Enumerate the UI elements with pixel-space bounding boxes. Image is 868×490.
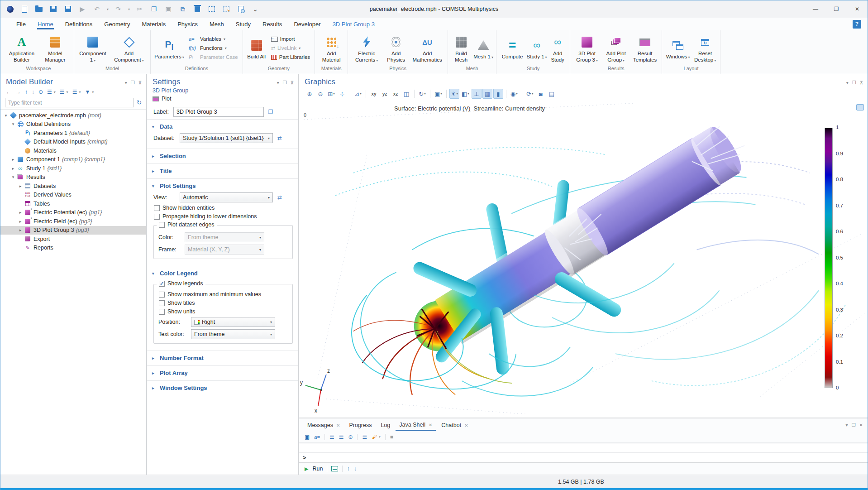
title-bar[interactable]: ▶ ↶▾ ↷▾ ✂ ❐ ▣ ⧉ ⌄ pacemaker_electrode.mp… [0,0,868,18]
section-window-settings[interactable]: ▸Window Settings [147,384,298,392]
tab-developer[interactable]: Developer [293,19,321,29]
variables-view-icon[interactable]: a= [314,434,320,440]
edge-color-select[interactable]: From theme▾ [185,232,264,242]
section-plot-array[interactable]: ▸Plot Array [147,369,298,377]
update-plot-icon[interactable]: ⟳▾ [525,89,535,99]
customize-toolbar-icon[interactable]: ⌄ [250,4,260,14]
application-builder-button[interactable]: A Application Builder [5,33,38,63]
collapse-output-icon[interactable]: ☰ [329,434,334,440]
expand-icon[interactable]: ▸ [18,219,23,224]
forward-icon[interactable]: → [15,89,21,95]
next-command-icon[interactable]: ↓ [354,466,357,472]
expand-icon[interactable]: ▸ [18,184,23,188]
add-mathematics-button[interactable]: ΔU Add Mathematics [409,33,446,63]
tree-item-study-1[interactable]: ▸ ∞ Study 1{std1} [0,164,146,173]
pin-panel-icon[interactable]: ⊼ [138,80,142,85]
tab-java-shell[interactable]: Java Shell✕ [396,419,436,431]
section-title[interactable]: ▸Title [147,167,298,175]
save-as-icon[interactable] [63,4,73,14]
image-settings-icon[interactable]: ▣▾ [433,89,444,99]
tab-chatbot[interactable]: Chatbot✕ [438,420,472,430]
help-button[interactable]: ? [853,20,861,29]
minimize-button[interactable]: — [805,0,826,18]
close-panel-icon[interactable]: ✕ [859,423,863,428]
cut-icon[interactable]: ✂ [134,4,144,14]
run-icon[interactable]: ▶ [77,4,87,14]
view-xy-icon[interactable]: xy [369,89,379,99]
tree-item-results[interactable]: ▾ Results [0,173,146,182]
zoom-extents-icon[interactable]: ⊹ [337,89,347,99]
section-color-legend[interactable]: ▾Color Legend [147,269,298,278]
tab-3d-plot-group-3[interactable]: 3D Plot Group 3 [332,19,375,29]
selection-appearance-icon[interactable]: ◉▾ [509,89,519,99]
show-output-icon[interactable]: ⊙ [348,434,353,440]
expand-icon[interactable]: ▾ [10,175,16,179]
add-component-button[interactable]: Add Component▾ [110,33,148,63]
tab-study[interactable]: Study [235,19,251,29]
part-libraries-button[interactable]: Part Libraries [271,53,310,61]
word-wrap-icon[interactable]: ☰ [362,434,367,440]
mesh-1-button[interactable]: Mesh 1▾ [472,36,494,60]
expand-all-icon[interactable]: ☰ [60,89,65,95]
go-to-source-icon[interactable]: ⇄ [275,133,285,143]
show-titles-checkbox[interactable]: Show titles [159,300,283,306]
orthographic-projection-icon[interactable]: ◫ [401,89,411,99]
float-panel-icon[interactable]: ❐ [131,80,135,85]
close-tab-icon[interactable]: ✕ [336,423,340,428]
close-tab-icon[interactable]: ✕ [464,423,468,428]
tab-messages[interactable]: Messages✕ [304,420,343,430]
plot-image-icon[interactable] [856,104,864,110]
3d-scene[interactable]: z y x [299,101,868,414]
pin-panel-icon[interactable]: ⊼ [291,80,294,85]
tree-item-root[interactable]: ▾ pacemaker_electrode.mph(root) [0,111,146,120]
tab-file[interactable]: File [16,19,26,29]
section-number-format[interactable]: ▸Number Format [147,354,298,362]
panel-menu-icon[interactable]: ▾ [125,80,127,85]
new-window-icon[interactable]: ❐ [266,107,276,117]
zoom-out-icon[interactable]: ⊖ [315,89,325,99]
float-panel-icon[interactable]: ❐ [852,423,856,428]
zoom-box-icon[interactable]: ⊞▾ [326,89,336,99]
tree-item-component-1[interactable]: ▸ Component 1(comp1) {comp1} [0,155,146,164]
filter-icon[interactable]: ▼ [85,89,90,95]
run-button[interactable]: Run [312,466,323,472]
redo-icon[interactable]: ↷ [113,4,123,14]
close-button[interactable]: ✕ [847,0,868,18]
show-icon[interactable]: ⊙ [38,89,43,95]
panel-menu-icon[interactable]: ▾ [846,423,848,428]
rotate-view-icon[interactable]: ↻▾ [417,89,427,99]
scene-light-icon[interactable]: ☀▾ [449,89,459,99]
tree-item-electric-potential[interactable]: ▸ Electric Potential (ec){pg1} [0,208,146,217]
legend-position-select[interactable]: Right▾ [191,317,275,327]
show-max-min-checkbox[interactable]: Show maximum and minimum values [159,291,283,298]
pin-panel-icon[interactable]: ⊼ [860,80,863,85]
build-mesh-button[interactable]: Build Mesh [450,33,472,63]
transparency-icon[interactable]: ◧▾ [460,89,471,99]
tab-results[interactable]: Results [262,19,282,29]
plot-dataset-edges-checkbox[interactable]: Plot dataset edges [157,221,217,228]
tree-item-tables[interactable]: Tables [0,199,146,208]
study-1-button[interactable]: ∞ Study 1▾ [526,36,547,60]
graphics-canvas[interactable]: z y x Surface: Electric potential (V) St… [299,101,868,418]
move-down-icon[interactable]: ↓ [32,89,34,95]
stop-icon[interactable]: ■ [390,434,393,440]
tab-materials[interactable]: Materials [141,19,166,29]
variables-button[interactable]: a= Variables▾ [189,35,238,43]
show-grid-icon[interactable]: ▦ [482,89,492,99]
expand-icon[interactable]: ▸ [18,210,23,215]
show-hidden-entities-checkbox[interactable]: Show hidden entities [154,205,293,211]
tree-filter-input[interactable] [5,98,134,107]
view-select[interactable]: Automatic▾ [180,192,273,202]
section-selection[interactable]: ▸Selection [147,152,298,160]
duplicate-icon[interactable]: ⧉ [178,4,188,14]
close-tab-icon[interactable]: ✕ [429,423,432,428]
result-templates-button[interactable]: Result Templates [630,33,660,63]
float-panel-icon[interactable]: ❐ [283,80,287,85]
model-tree-nodes-icon[interactable]: ☰ [72,89,77,95]
tree-item-default-model-inputs[interactable]: Default Model Inputs{cminpt} [0,138,146,147]
tab-home[interactable]: Home [37,19,54,29]
tree-item-global-definitions[interactable]: ▾ Global Definitions [0,120,146,129]
float-panel-icon[interactable]: ❐ [852,80,856,85]
clear-selection-icon[interactable] [221,4,231,14]
insert-code-icon[interactable]: ▣ [305,434,310,440]
